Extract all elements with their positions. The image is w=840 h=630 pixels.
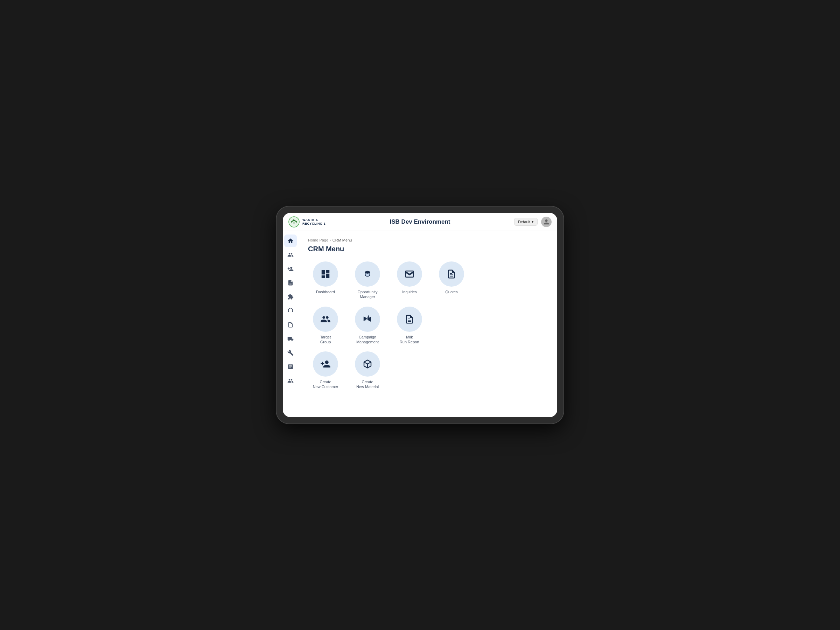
environment-selector[interactable]: Default ▾: [514, 218, 538, 226]
create-material-icon-circle: [355, 351, 380, 377]
page-title: CRM Menu: [308, 245, 547, 253]
menu-item-campaign-management[interactable]: CampaignManagement: [350, 306, 385, 345]
tablet-frame: WASTE & RECYCLING 1 ISB Dev Environment …: [276, 207, 564, 423]
dashboard-icon-circle: [313, 261, 338, 287]
main-layout: Home Page › CRM Menu CRM Menu Dashboard: [283, 231, 557, 417]
sidebar-item-truck[interactable]: [284, 333, 297, 345]
menu-row-3: CreateNew Customer CreateNew Material: [308, 351, 547, 390]
sidebar-item-clipboard[interactable]: [284, 360, 297, 373]
chevron-down-icon: ▾: [532, 219, 534, 224]
menu-item-target-group[interactable]: TargetGroup: [308, 306, 343, 345]
sidebar-item-puzzle[interactable]: [284, 291, 297, 303]
campaign-label: CampaignManagement: [356, 335, 379, 345]
menu-item-quotes[interactable]: Quotes: [434, 261, 469, 300]
env-label: Default: [518, 220, 530, 224]
milk-run-icon-circle: [397, 306, 422, 332]
top-right-controls: Default ▾: [496, 217, 552, 227]
milk-run-label: MilkRun Report: [400, 335, 419, 345]
create-customer-icon-circle: [313, 351, 338, 377]
campaign-icon-circle: [355, 306, 380, 332]
sidebar-item-team[interactable]: [284, 374, 297, 387]
sidebar-item-add-user[interactable]: [284, 262, 297, 275]
app-logo: [288, 216, 300, 227]
sidebar-item-document[interactable]: [284, 319, 297, 331]
sidebar-item-reports[interactable]: [284, 276, 297, 289]
breadcrumb-home[interactable]: Home Page: [308, 238, 328, 242]
quotes-label: Quotes: [445, 289, 458, 294]
target-group-icon-circle: [313, 306, 338, 332]
menu-item-dashboard[interactable]: Dashboard: [308, 261, 343, 300]
opportunity-icon-circle: [355, 261, 380, 287]
logo-area: WASTE & RECYCLING 1: [288, 216, 344, 227]
menu-item-create-new-material[interactable]: CreateNew Material: [350, 351, 385, 390]
content-area: Home Page › CRM Menu CRM Menu Dashboard: [298, 231, 557, 417]
inquiries-icon-circle: [397, 261, 422, 287]
menu-item-create-new-customer[interactable]: CreateNew Customer: [308, 351, 343, 390]
sidebar-item-users[interactable]: [284, 248, 297, 261]
opportunity-label: OpportunityManager: [358, 289, 377, 300]
tablet-screen: WASTE & RECYCLING 1 ISB Dev Environment …: [283, 213, 557, 417]
target-group-label: TargetGroup: [320, 335, 331, 345]
dashboard-label: Dashboard: [316, 289, 335, 294]
create-customer-label: CreateNew Customer: [313, 379, 338, 390]
menu-grid: Dashboard OpportunityManager: [308, 261, 547, 390]
sidebar-item-tools[interactable]: [284, 346, 297, 359]
menu-item-opportunity-manager[interactable]: OpportunityManager: [350, 261, 385, 300]
breadcrumb-separator: ›: [330, 238, 331, 242]
inquiries-label: Inquiries: [402, 289, 417, 294]
user-avatar[interactable]: [541, 217, 552, 227]
sidebar: [283, 231, 298, 417]
sidebar-item-home[interactable]: [284, 235, 297, 247]
menu-row-2: TargetGroup CampaignManagement: [308, 306, 547, 345]
logo-text: WASTE & RECYCLING 1: [302, 218, 325, 226]
app-title: ISB Dev Environment: [344, 218, 496, 226]
menu-row-1: Dashboard OpportunityManager: [308, 261, 547, 300]
breadcrumb: Home Page › CRM Menu: [308, 238, 547, 242]
breadcrumb-current: CRM Menu: [333, 238, 352, 242]
menu-item-milk-run-report[interactable]: MilkRun Report: [392, 306, 427, 345]
quotes-icon-circle: [439, 261, 464, 287]
menu-item-inquiries[interactable]: Inquiries: [392, 261, 427, 300]
create-material-label: CreateNew Material: [356, 379, 379, 390]
top-bar: WASTE & RECYCLING 1 ISB Dev Environment …: [283, 213, 557, 231]
sidebar-item-headset[interactable]: [284, 305, 297, 317]
